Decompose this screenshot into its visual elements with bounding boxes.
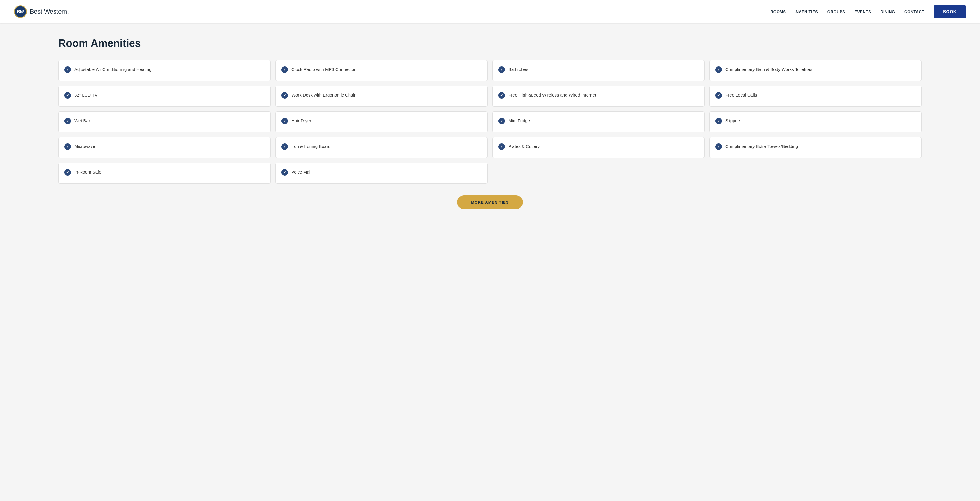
main-nav: ROOMS AMENITIES GROUPS EVENTS DINING CON… — [771, 5, 966, 18]
site-header: BW Best Western. ROOMS AMENITIES GROUPS … — [0, 0, 980, 23]
check-icon — [498, 67, 505, 73]
check-icon — [498, 118, 505, 124]
check-icon — [64, 169, 71, 175]
amenity-card-slippers: Slippers — [710, 111, 922, 132]
check-icon — [282, 169, 288, 175]
amenity-label: Iron & Ironing Board — [291, 143, 331, 150]
nav-dining[interactable]: DINING — [881, 10, 895, 14]
amenity-card-voice-mail: Voice Mail — [275, 163, 488, 184]
check-icon — [716, 143, 722, 150]
page-title: Room Amenities — [58, 37, 922, 49]
check-icon — [64, 67, 71, 73]
amenity-card-iron: Iron & Ironing Board — [275, 137, 488, 158]
logo-icon: BW — [14, 5, 27, 18]
amenity-label: Bathrobes — [508, 66, 528, 73]
amenity-label: In-Room Safe — [75, 169, 102, 175]
check-icon — [282, 118, 288, 124]
nav-events[interactable]: EVENTS — [854, 10, 871, 14]
amenity-card-plates: Plates & Cutlery — [492, 137, 705, 158]
amenity-card-bathrobes: Bathrobes — [492, 60, 705, 81]
amenity-label: Work Desk with Ergonomic Chair — [291, 92, 356, 98]
check-icon — [716, 118, 722, 124]
amenity-label: Free Local Calls — [725, 92, 757, 98]
amenity-label: Adjustable Air Conditioning and Heating — [75, 66, 151, 73]
amenity-label: Wet Bar — [75, 118, 90, 124]
amenity-card-mini-fridge: Mini Fridge — [492, 111, 705, 132]
nav-rooms[interactable]: ROOMS — [771, 10, 786, 14]
nav-contact[interactable]: CONTACT — [904, 10, 924, 14]
amenity-card-clock-radio: Clock Radio with MP3 Connector — [275, 60, 488, 81]
more-amenities-button[interactable]: MORE AMENITIES — [457, 196, 523, 209]
nav-groups[interactable]: GROUPS — [827, 10, 845, 14]
amenity-card-lcd-tv: 32" LCD TV — [58, 86, 270, 107]
check-icon — [716, 92, 722, 99]
amenity-card-extra-towels: Complimentary Extra Towels/Bedding — [710, 137, 922, 158]
amenity-label: Clock Radio with MP3 Connector — [291, 66, 356, 73]
check-icon — [282, 92, 288, 99]
amenity-card-wet-bar: Wet Bar — [58, 111, 270, 132]
main-content: Room Amenities Adjustable Air Conditioni… — [0, 23, 980, 232]
check-icon — [64, 92, 71, 99]
amenity-card-ac: Adjustable Air Conditioning and Heating — [58, 60, 270, 81]
amenity-label: Voice Mail — [291, 169, 311, 175]
amenity-label: Plates & Cutlery — [508, 143, 540, 150]
amenity-card-work-desk: Work Desk with Ergonomic Chair — [275, 86, 488, 107]
more-amenities-container: MORE AMENITIES — [58, 196, 922, 209]
check-icon — [282, 67, 288, 73]
amenity-card-in-room-safe: In-Room Safe — [58, 163, 270, 184]
check-icon — [282, 143, 288, 150]
nav-amenities[interactable]: AMENITIES — [795, 10, 818, 14]
amenity-label: Complimentary Bath & Body Works Toiletri… — [725, 66, 812, 73]
amenity-card-hair-dryer: Hair Dryer — [275, 111, 488, 132]
check-icon — [498, 143, 505, 150]
book-button[interactable]: BOOK — [934, 5, 966, 18]
amenity-card-microwave: Microwave — [58, 137, 270, 158]
amenity-label: Slippers — [725, 118, 741, 124]
check-icon — [64, 143, 71, 150]
amenity-card-wifi: Free High-speed Wireless and Wired Inter… — [492, 86, 705, 107]
check-icon — [716, 67, 722, 73]
amenity-card-local-calls: Free Local Calls — [710, 86, 922, 107]
logo[interactable]: BW Best Western. — [14, 5, 69, 18]
logo-text: Best Western. — [30, 8, 69, 16]
amenity-card-bath-toiletries: Complimentary Bath & Body Works Toiletri… — [710, 60, 922, 81]
amenity-label: Free High-speed Wireless and Wired Inter… — [508, 92, 596, 98]
amenity-label: Complimentary Extra Towels/Bedding — [725, 143, 798, 150]
check-icon — [498, 92, 505, 99]
amenity-label: 32" LCD TV — [75, 92, 97, 98]
amenities-grid: Adjustable Air Conditioning and HeatingC… — [58, 60, 922, 184]
amenity-label: Microwave — [75, 143, 95, 150]
amenity-label: Mini Fridge — [508, 118, 530, 124]
amenity-label: Hair Dryer — [291, 118, 311, 124]
check-icon — [64, 118, 71, 124]
